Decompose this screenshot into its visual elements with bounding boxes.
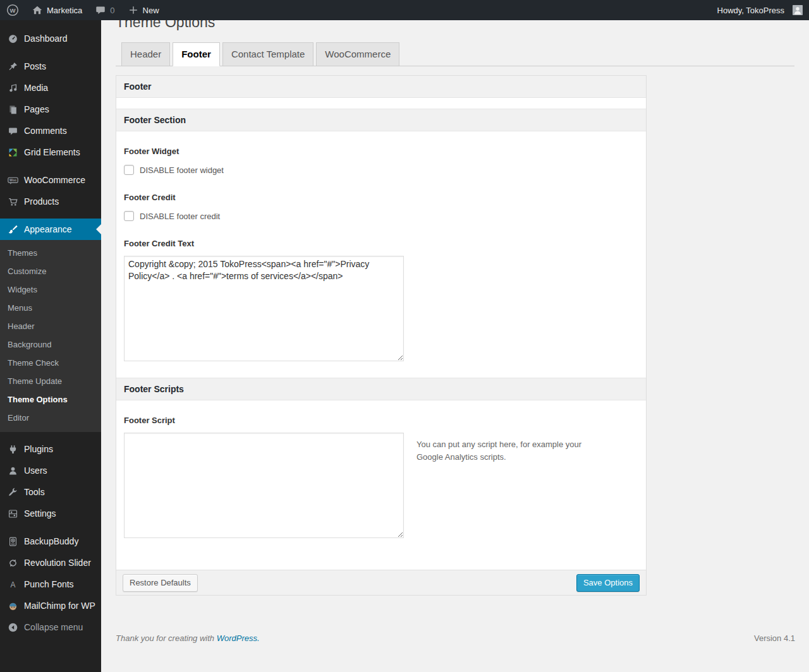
sidebar-item-label: MailChimp for WP [24,601,95,611]
admin-bar-left: W Marketica 0 New [0,0,166,20]
sidebar-item-label: Comments [24,126,67,136]
sidebar-item-dashboard[interactable]: Dashboard [0,28,101,49]
collapse-icon [6,621,19,633]
footer-credit-text-textarea[interactable]: Copyright &copy; 2015 TokoPress<span><a … [124,256,404,361]
plugins-icon [6,443,19,455]
new-content-menu[interactable]: New [121,0,166,20]
comment-bubble-icon [95,4,106,16]
products-icon [6,195,19,208]
sidebar-subitem-header[interactable]: Header [0,317,101,335]
svg-text:W: W [10,7,16,14]
disable-footer-widget-checkbox[interactable] [124,165,134,175]
media-icon [6,81,19,94]
sidebar-item-users[interactable]: Users [0,460,101,481]
sidebar-item-label: BackupBuddy [24,536,78,546]
tab-bar: HeaderFooterContact TemplateWooCommerce [116,42,794,66]
sidebar-subitem-background[interactable]: Background [0,335,101,354]
disable-footer-credit-label: DISABLE footer credit [140,212,220,221]
theme-options-panel: Footer Footer Section Footer Widget DISA… [116,75,647,596]
sidebar-item-revolution-slider[interactable]: Revolution Slider [0,552,101,573]
sidebar-item-label: Plugins [24,444,53,454]
wordpress-link[interactable]: WordPress. [217,633,260,643]
home-icon [32,4,43,16]
sidebar-item-label: Revolution Slider [24,558,91,568]
thankyou-text: Thank you for creating with WordPress. [116,633,260,643]
sidebar-item-plugins[interactable]: Plugins [0,438,101,460]
panel-title: Footer [116,76,646,98]
footer-credit-text-label: Footer Credit Text [124,239,638,248]
tab-label: Contact Template [231,49,305,59]
sidebar-item-appearance[interactable]: Appearance [0,219,101,240]
wordpress-logo-icon: W [6,4,19,16]
sidebar-item-pages[interactable]: Pages [0,99,101,120]
sidebar-item-label: Media [24,83,48,93]
plus-icon [128,4,139,16]
sidebar-separator [0,524,101,531]
admin-bar: W Marketica 0 New Howdy, TokoPress [0,0,809,20]
sidebar-item-mailchimp-for-wp[interactable]: MailChimp for WP [0,595,101,616]
sidebar-subitem-theme-update[interactable]: Theme Update [0,372,101,390]
grid-elements-icon [6,146,19,159]
sidebar-subitem-theme-options[interactable]: Theme Options [0,390,101,409]
sidebar-subitem-themes[interactable]: Themes [0,244,101,262]
sidebar-item-collapse-menu[interactable]: Collapse menu [0,616,101,638]
avatar [793,5,803,15]
thankyou-prefix: Thank you for creating with [116,633,214,643]
disable-footer-credit-checkbox[interactable] [124,211,134,221]
admin-bar-right: Howdy, TokoPress [711,0,809,20]
howdy-label: Howdy, TokoPress [717,6,784,15]
mailchimp-icon [6,599,19,612]
sidebar-item-label: Products [24,196,59,207]
tab-label: WooCommerce [325,49,391,59]
sidebar-separator [0,432,101,438]
sidebar-item-tools[interactable]: Tools [0,481,101,503]
tab-header[interactable]: Header [121,42,170,66]
sidebar-item-posts[interactable]: Posts [0,56,101,77]
sidebar-item-woocommerce[interactable]: WooWooCommerce [0,169,101,191]
sidebar-item-grid-elements[interactable]: Grid Elements [0,141,101,163]
sidebar-separator [0,163,101,169]
sidebar-item-label: WooCommerce [24,175,85,185]
tools-icon [6,486,19,498]
sidebar-item-settings[interactable]: Settings [0,503,101,524]
wordpress-logo-menu[interactable]: W [0,0,25,20]
comments-icon [6,124,19,137]
sidebar-item-products[interactable]: Products [0,191,101,212]
dashboard-icon [6,32,19,45]
footer-scripts-body: Footer Script You can put any script her… [116,400,646,570]
sidebar-item-label: Posts [24,61,46,71]
sidebar-item-label: Collapse menu [24,622,83,632]
sidebar-item-label: Grid Elements [24,147,80,157]
save-options-button[interactable]: Save Options [576,574,640,592]
site-name-label: Marketica [47,6,82,15]
footer-credit-label: Footer Credit [124,193,638,202]
sidebar-subitem-menus[interactable]: Menus [0,299,101,317]
footer-script-textarea[interactable] [124,433,404,538]
sidebar-item-label: Users [24,465,47,476]
restore-defaults-button[interactable]: Restore Defaults [123,574,198,592]
tab-woocommerce[interactable]: WooCommerce [316,42,399,66]
sidebar-subitem-theme-check[interactable]: Theme Check [0,354,101,372]
sidebar-subitem-editor[interactable]: Editor [0,409,101,427]
new-label: New [143,6,159,15]
comment-count: 0 [110,6,114,15]
sidebar-item-media[interactable]: Media [0,77,101,99]
tab-contact-template[interactable]: Contact Template [222,42,313,66]
sidebar-item-punch-fonts[interactable]: APunch Fonts [0,573,101,595]
comments-menu[interactable]: 0 [88,0,121,20]
settings-icon [6,507,19,520]
site-name-menu[interactable]: Marketica [25,0,88,20]
footer-script-row: You can put any script here, for example… [124,425,638,538]
sidebar-subitem-customize[interactable]: Customize [0,262,101,280]
tab-label: Header [130,49,161,59]
page-footer: Thank you for creating with WordPress. V… [116,633,795,643]
main-content: Theme Options HeaderFooterContact Templa… [101,0,809,652]
panel-footer: Restore Defaults Save Options [116,570,646,595]
sidebar-subitem-widgets[interactable]: Widgets [0,280,101,299]
revolution-slider-icon [6,556,19,569]
sidebar-item-comments[interactable]: Comments [0,120,101,141]
tab-footer[interactable]: Footer [173,42,220,66]
account-menu[interactable]: Howdy, TokoPress [711,0,809,20]
sidebar-separator [0,212,101,219]
sidebar-item-backupbuddy[interactable]: BackupBuddy [0,531,101,552]
